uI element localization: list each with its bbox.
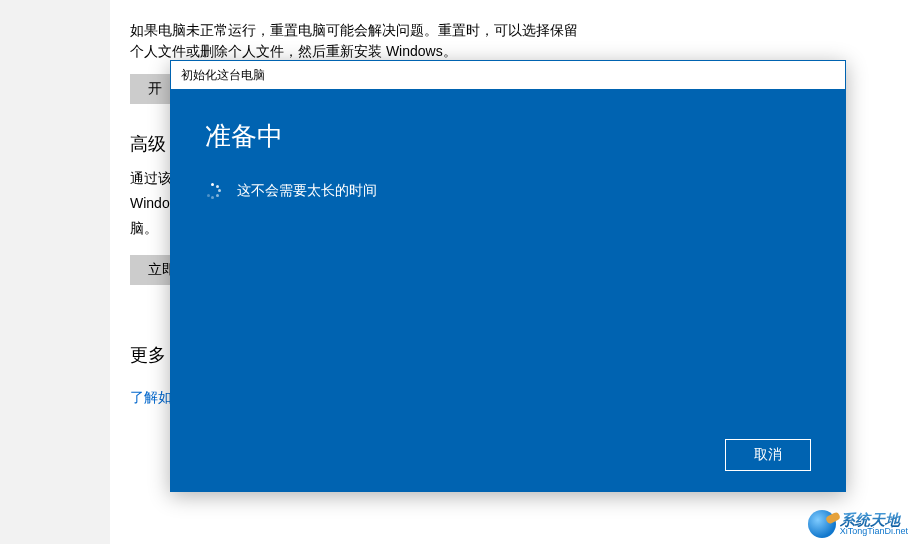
cancel-button[interactable]: 取消 [725,439,811,471]
dialog-titlebar: 初始化这台电脑 [171,61,845,89]
globe-icon [808,510,836,538]
left-gutter [0,0,110,544]
watermark-cn: 系统天地 [840,512,908,527]
watermark-url: XiTongTianDi.net [840,527,908,536]
watermark: 系统天地 XiTongTianDi.net [808,510,908,538]
watermark-text: 系统天地 XiTongTianDi.net [840,512,908,536]
learn-more-link[interactable]: 了解如 [130,389,172,405]
reset-description-line1: 如果电脑未正常运行，重置电脑可能会解决问题。重置时，可以选择保留 [130,20,896,41]
reset-description-line2: 个人文件或删除个人文件，然后重新安装 Windows。 [130,41,896,62]
dialog-heading: 准备中 [205,119,811,154]
dialog-title-text: 初始化这台电脑 [181,67,265,84]
spinner-icon [205,183,221,199]
dialog-footer: 取消 [205,439,811,471]
dialog-status-row: 这不会需要太长的时间 [205,182,811,200]
reset-pc-dialog: 初始化这台电脑 准备中 这不会需要太长的时间 取消 [170,60,846,492]
dialog-status-text: 这不会需要太长的时间 [237,182,377,200]
dialog-body: 准备中 这不会需要太长的时间 取消 [171,89,845,491]
